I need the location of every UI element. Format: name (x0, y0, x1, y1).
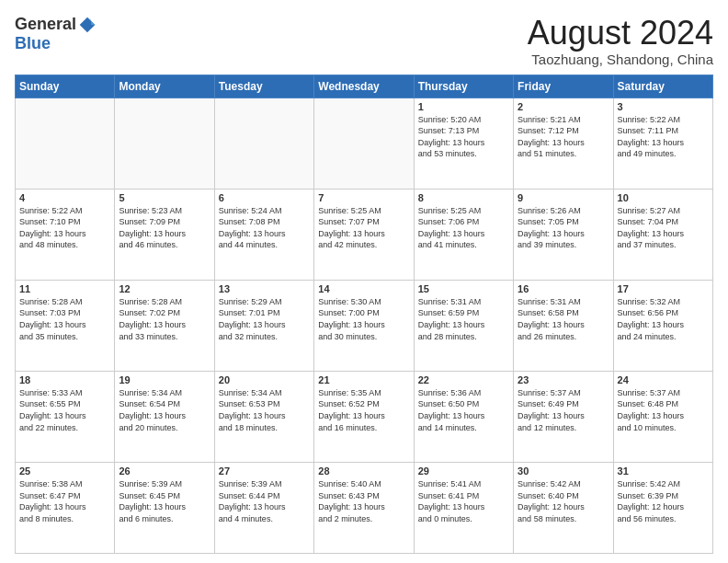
day-number: 14 (318, 283, 409, 294)
day-number: 9 (518, 192, 609, 203)
day-number: 3 (618, 101, 709, 112)
header-row: Sunday Monday Tuesday Wednesday Thursday… (16, 75, 713, 98)
col-thursday: Thursday (414, 75, 513, 98)
calendar-cell (214, 98, 313, 189)
day-info: Sunrise: 5:25 AMSunset: 7:06 PMDaylight:… (418, 205, 509, 251)
day-info: Sunrise: 5:39 AMSunset: 6:44 PMDaylight:… (219, 478, 310, 524)
calendar-cell: 19Sunrise: 5:34 AMSunset: 6:54 PMDayligh… (115, 371, 214, 462)
day-number: 16 (518, 283, 609, 294)
day-info: Sunrise: 5:30 AMSunset: 7:00 PMDaylight:… (318, 296, 409, 342)
day-number: 11 (19, 283, 110, 294)
day-info: Sunrise: 5:42 AMSunset: 6:40 PMDaylight:… (518, 478, 609, 524)
calendar-cell: 3Sunrise: 5:22 AMSunset: 7:11 PMDaylight… (613, 98, 712, 189)
calendar-cell: 6Sunrise: 5:24 AMSunset: 7:08 PMDaylight… (214, 189, 313, 280)
day-number: 7 (318, 192, 409, 203)
day-number: 29 (418, 465, 509, 477)
calendar-table: Sunday Monday Tuesday Wednesday Thursday… (15, 75, 713, 554)
day-info: Sunrise: 5:22 AMSunset: 7:10 PMDaylight:… (19, 205, 110, 251)
calendar-cell: 12Sunrise: 5:28 AMSunset: 7:02 PMDayligh… (115, 280, 214, 371)
day-info: Sunrise: 5:27 AMSunset: 7:04 PMDaylight:… (618, 205, 709, 251)
day-number: 6 (219, 192, 310, 203)
calendar-cell: 21Sunrise: 5:35 AMSunset: 6:52 PMDayligh… (314, 371, 414, 462)
calendar-cell: 23Sunrise: 5:37 AMSunset: 6:49 PMDayligh… (514, 371, 613, 462)
day-info: Sunrise: 5:36 AMSunset: 6:50 PMDaylight:… (418, 387, 509, 433)
calendar-cell (115, 98, 214, 189)
calendar-cell: 27Sunrise: 5:39 AMSunset: 6:44 PMDayligh… (214, 462, 313, 553)
day-info: Sunrise: 5:26 AMSunset: 7:05 PMDaylight:… (518, 205, 609, 251)
day-info: Sunrise: 5:41 AMSunset: 6:41 PMDaylight:… (418, 478, 509, 524)
calendar-cell: 11Sunrise: 5:28 AMSunset: 7:03 PMDayligh… (16, 280, 115, 371)
day-info: Sunrise: 5:39 AMSunset: 6:45 PMDaylight:… (119, 478, 210, 524)
logo-text: General (15, 15, 97, 34)
calendar-cell (16, 98, 115, 189)
day-info: Sunrise: 5:24 AMSunset: 7:08 PMDaylight:… (219, 205, 310, 251)
day-number: 27 (219, 465, 310, 477)
day-number: 1 (418, 101, 509, 112)
day-number: 24 (618, 374, 709, 385)
calendar-week-4: 18Sunrise: 5:33 AMSunset: 6:55 PMDayligh… (16, 371, 713, 462)
day-number: 20 (219, 374, 310, 385)
day-number: 23 (518, 374, 609, 385)
calendar-cell: 20Sunrise: 5:34 AMSunset: 6:53 PMDayligh… (214, 371, 313, 462)
day-number: 22 (418, 374, 509, 385)
calendar-cell: 22Sunrise: 5:36 AMSunset: 6:50 PMDayligh… (414, 371, 513, 462)
day-info: Sunrise: 5:21 AMSunset: 7:12 PMDaylight:… (518, 114, 609, 160)
col-tuesday: Tuesday (214, 75, 313, 98)
day-number: 5 (119, 192, 210, 203)
day-number: 21 (318, 374, 409, 385)
day-info: Sunrise: 5:33 AMSunset: 6:55 PMDaylight:… (19, 387, 110, 433)
calendar-cell: 24Sunrise: 5:37 AMSunset: 6:48 PMDayligh… (613, 371, 712, 462)
calendar-cell: 9Sunrise: 5:26 AMSunset: 7:05 PMDaylight… (514, 189, 613, 280)
day-number: 8 (418, 192, 509, 203)
calendar-week-2: 4Sunrise: 5:22 AMSunset: 7:10 PMDaylight… (16, 189, 713, 280)
subtitle: Taozhuang, Shandong, China (528, 52, 713, 67)
calendar-cell: 28Sunrise: 5:40 AMSunset: 6:43 PMDayligh… (314, 462, 414, 553)
calendar-cell: 2Sunrise: 5:21 AMSunset: 7:12 PMDaylight… (514, 98, 613, 189)
day-number: 15 (418, 283, 509, 294)
main-title: August 2024 (528, 15, 713, 52)
logo-general: General (15, 15, 76, 34)
day-info: Sunrise: 5:25 AMSunset: 7:07 PMDaylight:… (318, 205, 409, 251)
calendar-cell: 15Sunrise: 5:31 AMSunset: 6:59 PMDayligh… (414, 280, 513, 371)
calendar-cell: 7Sunrise: 5:25 AMSunset: 7:07 PMDaylight… (314, 189, 414, 280)
day-info: Sunrise: 5:22 AMSunset: 7:11 PMDaylight:… (618, 114, 709, 160)
calendar-cell: 1Sunrise: 5:20 AMSunset: 7:13 PMDaylight… (414, 98, 513, 189)
calendar-cell (314, 98, 414, 189)
col-saturday: Saturday (613, 75, 712, 98)
col-monday: Monday (115, 75, 214, 98)
calendar-cell: 16Sunrise: 5:31 AMSunset: 6:58 PMDayligh… (514, 280, 613, 371)
day-info: Sunrise: 5:20 AMSunset: 7:13 PMDaylight:… (418, 114, 509, 160)
day-number: 19 (119, 374, 210, 385)
day-number: 17 (618, 283, 709, 294)
day-number: 12 (119, 283, 210, 294)
day-info: Sunrise: 5:28 AMSunset: 7:03 PMDaylight:… (19, 296, 110, 342)
day-number: 2 (518, 101, 609, 112)
calendar-cell: 5Sunrise: 5:23 AMSunset: 7:09 PMDaylight… (115, 189, 214, 280)
day-info: Sunrise: 5:32 AMSunset: 6:56 PMDaylight:… (618, 296, 709, 342)
col-sunday: Sunday (16, 75, 115, 98)
calendar-cell: 13Sunrise: 5:29 AMSunset: 7:01 PMDayligh… (214, 280, 313, 371)
logo-icon (78, 16, 97, 34)
day-info: Sunrise: 5:34 AMSunset: 6:54 PMDaylight:… (119, 387, 210, 433)
col-wednesday: Wednesday (314, 75, 414, 98)
page: General Blue August 2024 Taozhuang, Shan… (0, 0, 728, 563)
calendar-cell: 26Sunrise: 5:39 AMSunset: 6:45 PMDayligh… (115, 462, 214, 553)
day-info: Sunrise: 5:37 AMSunset: 6:48 PMDaylight:… (618, 387, 709, 433)
title-block: August 2024 Taozhuang, Shandong, China (528, 15, 713, 67)
day-info: Sunrise: 5:23 AMSunset: 7:09 PMDaylight:… (119, 205, 210, 251)
calendar-cell: 8Sunrise: 5:25 AMSunset: 7:06 PMDaylight… (414, 189, 513, 280)
logo: General Blue (15, 15, 97, 53)
day-number: 18 (19, 374, 110, 385)
calendar-cell: 4Sunrise: 5:22 AMSunset: 7:10 PMDaylight… (16, 189, 115, 280)
day-number: 4 (19, 192, 110, 203)
day-info: Sunrise: 5:29 AMSunset: 7:01 PMDaylight:… (219, 296, 310, 342)
day-number: 30 (518, 465, 609, 477)
header: General Blue August 2024 Taozhuang, Shan… (15, 15, 713, 67)
day-info: Sunrise: 5:34 AMSunset: 6:53 PMDaylight:… (219, 387, 310, 433)
calendar-cell: 17Sunrise: 5:32 AMSunset: 6:56 PMDayligh… (613, 280, 712, 371)
day-number: 25 (19, 465, 110, 477)
calendar-week-5: 25Sunrise: 5:38 AMSunset: 6:47 PMDayligh… (16, 462, 713, 553)
calendar-cell: 30Sunrise: 5:42 AMSunset: 6:40 PMDayligh… (514, 462, 613, 553)
day-info: Sunrise: 5:37 AMSunset: 6:49 PMDaylight:… (518, 387, 609, 433)
day-info: Sunrise: 5:31 AMSunset: 6:59 PMDaylight:… (418, 296, 509, 342)
